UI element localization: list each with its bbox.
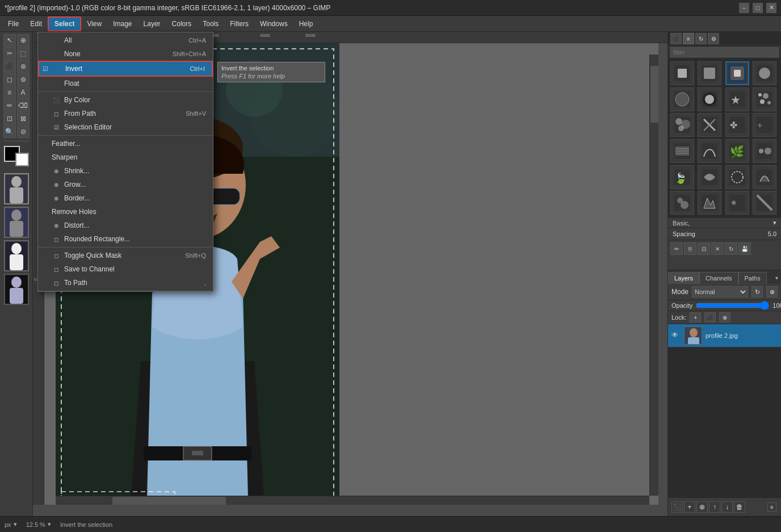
brush-filter-input[interactable] [670,47,779,57]
brush-cell-12[interactable] [698,139,721,163]
tool-fill[interactable]: ⊛ [17,60,30,73]
menu-item-border[interactable]: ⊕ Border... [38,191,213,205]
background-color[interactable] [15,153,29,166]
brush-cell-14[interactable] [753,139,776,163]
brush-delete-btn[interactable]: ✕ [711,242,724,255]
menu-item-by-color[interactable]: ⬛ By Color [38,93,213,107]
brush-cell-active[interactable] [725,61,749,85]
brush-cell-2[interactable] [698,61,721,85]
layer-foot-btn-4[interactable]: ↑ [709,501,720,513]
menu-image[interactable]: Image [107,18,137,30]
lock-pos-btn[interactable]: + [690,312,701,322]
menu-item-distort[interactable]: ⊕ Distort... [38,219,213,232]
tool-pencil[interactable]: ✏ [3,99,16,112]
refresh-icon[interactable]: ↻ [695,33,707,44]
tab-layers[interactable]: Layers [668,272,699,284]
tab-channels[interactable]: Channels [699,272,738,284]
menu-colors[interactable]: Colors [166,18,198,30]
brush-copy-btn[interactable]: ⎘ [684,242,696,255]
menu-item-none[interactable]: None Shift+Ctrl+A [38,47,213,61]
brush-cell-19[interactable] [670,191,694,215]
brush-cell-6[interactable] [753,87,776,111]
menu-select[interactable]: Select [48,16,81,31]
horizontal-scrollbar[interactable] [56,496,649,505]
tool-zoom[interactable]: 🔍 [3,125,16,138]
color-selector[interactable] [4,146,29,166]
tab-paths[interactable]: Paths [738,272,767,284]
tool-measure[interactable]: ⊘ [17,125,30,138]
tool-move[interactable]: ↖ [3,34,16,47]
brush-cell-21[interactable]: ⁕ [725,191,749,215]
layer-foot-btn-1[interactable]: ⬛ [671,501,683,513]
tool-align[interactable]: ⊕ [17,34,30,47]
tool-transform[interactable]: ⬚ [17,47,30,60]
brush-cell-17[interactable] [725,165,749,189]
brush-cell-9[interactable]: ✤ [725,113,749,137]
minimize-button[interactable]: − [739,3,749,13]
menu-windows[interactable]: Windows [254,18,293,30]
vertical-scrollbar[interactable] [649,55,658,496]
menu-layer[interactable]: Layer [138,18,166,30]
brush-cell-8[interactable] [698,113,721,137]
mode-cycle-btn[interactable]: ↻ [751,286,763,298]
layer-foot-btn-2[interactable]: + [684,501,695,513]
brush-cell-22[interactable] [753,191,776,215]
brush-cell-16[interactable] [698,165,721,189]
brush-cell-star[interactable]: ★ [725,87,749,111]
maximize-button[interactable]: □ [753,3,763,13]
tool-fuzzy-select[interactable]: ≡ [3,86,16,99]
tool-clone[interactable]: ⊡ [3,112,16,125]
brush-cell-18[interactable] [753,165,776,189]
brush-refresh-btn[interactable]: ↻ [725,242,737,255]
lock-alpha-btn[interactable]: ⊕ [719,312,730,322]
menu-edit[interactable]: Edit [24,18,48,30]
scrollbar-v-thumb[interactable] [650,66,658,123]
layer-foot-btn-5[interactable]: ↓ [721,501,733,513]
menu-item-rounded-rect[interactable]: ◻ Rounded Rectangle... [38,232,213,246]
tool-text[interactable]: A [17,86,30,99]
image-thumb-2[interactable] [4,207,29,238]
brush-cell-11[interactable] [670,139,694,163]
image-thumb-3[interactable] [4,240,29,271]
layers-panel-menu-btn[interactable]: ≡ [767,502,776,512]
menu-item-all[interactable]: All Ctrl+A [38,33,213,47]
brush-cell-3[interactable] [753,61,776,85]
brush-cell-15[interactable]: 🍃 [670,165,694,189]
tool-eraser[interactable]: ⌫ [17,99,30,112]
menu-item-feather[interactable]: Feather... [38,137,213,150]
menu-item-float[interactable]: Float [38,77,213,90]
menu-item-invert[interactable]: ☑ Invert Ctrl+I Invert the selection Pre… [38,61,213,77]
brush-add-btn[interactable]: ⊡ [698,242,710,255]
menu-item-sharpen[interactable]: Sharpen [38,150,213,164]
tool-paint[interactable]: ⬛ [3,60,16,73]
layer-delete-btn[interactable]: 🗑 [734,501,745,513]
brush-edit-btn[interactable]: ✏ [670,242,683,255]
brush-cell-7[interactable] [670,113,694,137]
mode-select[interactable]: Normal [692,286,748,298]
tool-heal[interactable]: ⊠ [17,112,30,125]
brush-cell-13[interactable]: 🌿 [725,139,749,163]
grid-icon[interactable]: ⬛ [670,33,682,44]
lock-pixels-btn[interactable]: ⬛ [704,312,716,322]
mode-reset-btn[interactable]: ⊕ [766,286,778,298]
opacity-slider[interactable] [696,301,769,309]
brush-cell-1[interactable] [670,61,694,85]
image-thumb-4[interactable] [4,274,29,305]
menu-tools[interactable]: Tools [197,18,224,30]
scrollbar-h-thumb[interactable] [112,497,226,505]
settings-icon[interactable]: ⚙ [708,33,719,44]
tool-ellipse-select[interactable]: ⊚ [17,73,30,86]
brush-cell-20[interactable] [698,191,721,215]
menu-item-toggle-quick-mask[interactable]: ◻ Toggle Quick Mask Shift+Q [38,249,213,262]
menu-item-grow[interactable]: ⊕ Grow... [38,178,213,191]
menu-item-selection-editor[interactable]: ☑ Selection Editor [38,120,213,134]
menu-item-remove-holes[interactable]: Remove Holes [38,205,213,219]
tool-rect-select[interactable]: ◻ [3,73,16,86]
image-thumb-1[interactable] [4,173,29,204]
layer-foot-btn-3[interactable]: ⊕ [696,501,708,513]
menu-item-save-to-channel[interactable]: ◻ Save to Channel [38,262,213,276]
layers-menu-btn[interactable]: ▾ [772,271,781,284]
tool-crop[interactable]: ✂ [3,47,16,60]
menu-item-to-path[interactable]: ◻ To Path , [38,276,213,290]
brush-cell-10[interactable]: + [753,113,776,137]
